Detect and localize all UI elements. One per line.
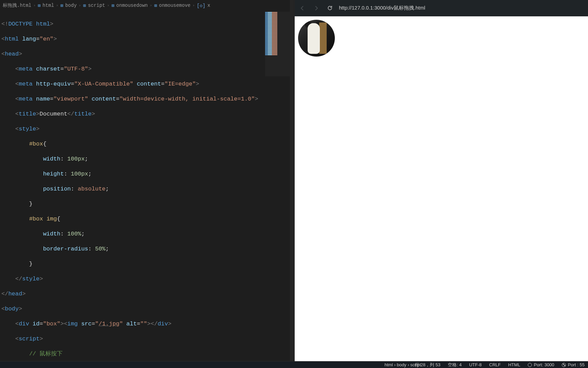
status-language[interactable]: HTML [508, 362, 520, 367]
breadcrumb-item-x[interactable]: [◇]x [197, 3, 210, 9]
chevron-right-icon: › [150, 3, 152, 7]
address-bar[interactable]: http://127.0.0.1:3000/div鼠标拖拽.html [339, 5, 425, 11]
chevron-right-icon: › [33, 3, 36, 7]
cube-icon: ⊞ [154, 3, 157, 9]
breadcrumb-item-label: x [208, 3, 210, 8]
status-spaces-text: 空格: 4 [448, 362, 461, 368]
chevron-right-icon: › [56, 3, 59, 7]
cube-icon: ⊞ [83, 3, 86, 9]
chevron-right-icon: › [193, 3, 195, 7]
forward-button[interactable] [312, 4, 321, 13]
address-text: http://127.0.0.1:3000/div鼠标拖拽.html [339, 5, 425, 11]
breadcrumb-item-onmousedown[interactable]: ⊞onmousedown [111, 3, 148, 9]
back-button[interactable] [298, 4, 307, 13]
status-port[interactable]: Port: 3000 [528, 362, 554, 367]
status-language-text: HTML [508, 362, 520, 367]
status-port2[interactable]: Port : 55 [562, 362, 585, 367]
status-port-text: Port: 3000 [534, 362, 554, 367]
breadcrumb-file-label: 标拖拽.html [3, 2, 31, 9]
breadcrumb-item-label: onmousemove [159, 3, 190, 8]
cube-icon: ⊞ [111, 3, 114, 9]
avatar-image [298, 20, 335, 57]
prohibit-icon [562, 363, 566, 367]
breadcrumb-item-label: html [43, 3, 54, 8]
status-encoding-text: UTF-8 [469, 362, 482, 367]
broadcast-icon [528, 363, 532, 367]
chevron-right-icon: › [79, 3, 81, 7]
breadcrumb-item-html[interactable]: ⊞html [38, 3, 54, 9]
status-eol[interactable]: CRLF [489, 362, 501, 367]
breadcrumb-item-label: onmousedown [116, 3, 148, 8]
reload-icon [327, 5, 333, 11]
status-eol-text: CRLF [489, 362, 501, 367]
browser-toolbar: http://127.0.0.1:3000/div鼠标拖拽.html [295, 0, 588, 16]
status-spaces[interactable]: 空格: 4 [448, 362, 461, 368]
arrow-right-icon [313, 5, 319, 11]
draggable-box[interactable] [298, 20, 335, 57]
code-editor[interactable]: <!DOCTYPE html> <html lang="en"> <head> … [0, 11, 294, 368]
status-encoding[interactable]: UTF-8 [469, 362, 482, 367]
breadcrumb-item-label: script [88, 3, 105, 8]
breadcrumb-item-label: body [65, 3, 77, 8]
variable-icon: [◇] [197, 3, 205, 9]
editor-panel: 标拖拽.html › ⊞html › ⊞body › ⊞script › ⊞on… [0, 0, 294, 361]
breadcrumb: 标拖拽.html › ⊞html › ⊞body › ⊞script › ⊞on… [0, 0, 294, 11]
split-divider[interactable] [290, 0, 294, 361]
breadcrumb-item-onmousemove[interactable]: ⊞onmousemove [154, 3, 191, 9]
status-path[interactable]: html › body › script [385, 362, 421, 367]
status-path-text: html › body › script [385, 362, 421, 367]
minimap[interactable] [265, 12, 292, 76]
breadcrumb-file[interactable]: 标拖拽.html [3, 2, 31, 9]
minimap-slider[interactable] [265, 12, 292, 76]
reload-button[interactable] [325, 4, 334, 13]
cube-icon: ⊞ [38, 3, 40, 9]
breadcrumb-item-body[interactable]: ⊞body [60, 3, 77, 9]
status-port2-text: Port : 55 [568, 362, 585, 367]
cube-icon: ⊞ [60, 3, 63, 9]
arrow-left-icon [300, 5, 305, 11]
browser-viewport[interactable] [295, 16, 588, 361]
breadcrumb-item-script[interactable]: ⊞script [83, 3, 105, 9]
browser-panel: http://127.0.0.1:3000/div鼠标拖拽.html [294, 0, 588, 361]
status-bar: html › body › script 行 28，列 53 空格: 4 UTF… [0, 361, 588, 368]
chevron-right-icon: › [107, 3, 110, 7]
